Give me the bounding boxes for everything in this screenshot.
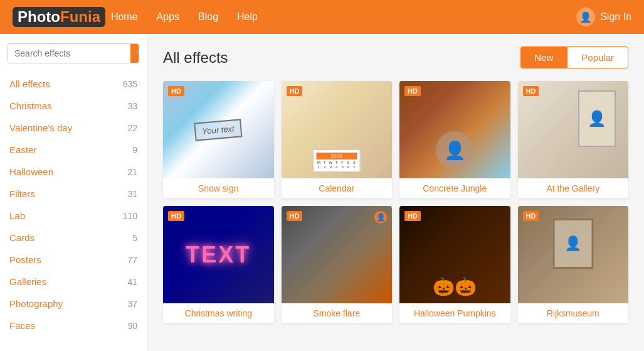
effect-card-snow-sign[interactable]: HD Your text Snow sign [163, 81, 274, 198]
nav-help[interactable]: Help [237, 11, 258, 23]
nav-home[interactable]: Home [111, 11, 138, 23]
sidebar-item-all-effects-label: All effects [9, 78, 50, 89]
main-nav: Home Apps Blog Help [111, 11, 258, 23]
effect-label-at-the-gallery: At the Gallery [518, 178, 629, 198]
face-overlay: 👤 [436, 131, 473, 169]
hd-badge: HD [287, 86, 303, 96]
sidebar-item-christmas-count: 33 [127, 101, 137, 111]
gallery-frame: 👤 [578, 90, 616, 147]
content-header: All effects New Popular [163, 46, 628, 68]
sidebar-item-christmas[interactable]: Christmas 33 [0, 95, 147, 117]
sidebar-item-faces-count: 90 [127, 321, 137, 331]
search-button[interactable]: 🔍 [130, 44, 139, 63]
user-badge: 👤 [374, 211, 387, 224]
hd-badge: HD [523, 86, 539, 96]
hd-badge: HD [287, 211, 303, 221]
sidebar-item-easter-count: 9 [132, 145, 137, 155]
calendar-decoration: 2020 MTWTFSS 1234567 [313, 149, 360, 172]
sidebar-item-all-effects-count: 635 [123, 79, 137, 89]
sidebar-item-halloween[interactable]: Halloween 21 [0, 161, 147, 183]
hd-badge: HD [523, 211, 539, 221]
sidebar-item-posters-count: 77 [127, 255, 137, 265]
sidebar-item-halloween-count: 21 [127, 167, 137, 177]
effect-image-calendar: HD 2020 MTWTFSS 1234567 [282, 81, 393, 178]
sidebar-item-posters-label: Posters [9, 254, 41, 265]
sidebar-item-lab-count: 110 [123, 211, 137, 221]
nav-apps[interactable]: Apps [157, 11, 179, 23]
effect-label-concrete-jungle: Concrete Jungle [399, 178, 510, 198]
effect-card-concrete-jungle[interactable]: HD 👤 Concrete Jungle [399, 81, 510, 198]
effect-image-concrete-jungle: HD 👤 [399, 81, 510, 178]
sidebar-item-easter-label: Easter [9, 144, 36, 155]
sidebar-item-photography-count: 37 [127, 299, 137, 309]
sidebar-item-photography-label: Photography [9, 298, 63, 309]
effect-card-calendar[interactable]: HD 2020 MTWTFSS 1234567 Calendar [282, 81, 393, 198]
effect-image-christmas-writing: HD TEXT [163, 206, 274, 303]
sidebar: 🔍 All effects 635 Christmas 33 Valentine… [0, 34, 147, 351]
sidebar-item-lab[interactable]: Lab 110 [0, 205, 147, 227]
sidebar-item-easter[interactable]: Easter 9 [0, 139, 147, 161]
effect-image-halloween-pumpkins: HD 🎃🎃 [399, 206, 510, 303]
sidebar-item-photography[interactable]: Photography 37 [0, 293, 147, 315]
effect-card-halloween-pumpkins[interactable]: HD 🎃🎃 Halloween Pumpkins [399, 206, 510, 323]
sidebar-item-lab-label: Lab [9, 210, 25, 221]
effect-card-rijksmuseum[interactable]: HD 👤 Rijksmuseum [518, 206, 629, 323]
effect-label-calendar: Calendar [282, 178, 393, 198]
effect-image-snow-sign: HD Your text [163, 81, 274, 178]
effect-label-snow-sign: Snow sign [163, 178, 274, 198]
content-area: All effects New Popular HD Your text Sno… [147, 34, 644, 351]
sidebar-item-christmas-label: Christmas [9, 100, 52, 111]
effect-image-smoke-flare: HD 👤 [282, 206, 393, 303]
main-layout: 🔍 All effects 635 Christmas 33 Valentine… [0, 34, 644, 351]
new-button[interactable]: New [520, 46, 567, 68]
sidebar-item-halloween-label: Halloween [9, 166, 53, 177]
logo-part1: Photo [18, 8, 60, 25]
sidebar-item-cards-label: Cards [9, 232, 34, 243]
rijks-frame: 👤 [552, 219, 593, 269]
effect-label-rijksmuseum: Rijksmuseum [518, 303, 629, 323]
snow-sign-decoration: Your text [195, 121, 242, 139]
sidebar-item-faces[interactable]: Faces 90 [0, 315, 147, 337]
sort-buttons: New Popular [520, 46, 628, 68]
sidebar-item-cards[interactable]: Cards 5 [0, 227, 147, 249]
effect-image-at-the-gallery: HD 👤 [518, 81, 629, 178]
header-right: 👤 Sign In [576, 8, 631, 26]
sidebar-item-galleries[interactable]: Galleries 41 [0, 271, 147, 293]
sidebar-item-faces-label: Faces [9, 320, 35, 331]
sidebar-item-valentines-count: 22 [127, 123, 137, 133]
search-input[interactable] [8, 44, 130, 63]
effect-card-at-the-gallery[interactable]: HD 👤 At the Gallery [518, 81, 629, 198]
nav-blog[interactable]: Blog [198, 11, 218, 23]
hd-badge: HD [168, 86, 184, 96]
sidebar-item-filters[interactable]: Filters 31 [0, 183, 147, 205]
search-box: 🔍 [8, 43, 139, 63]
sidebar-item-galleries-label: Galleries [9, 276, 46, 287]
header: PhotoFunia Home Apps Blog Help 👤 Sign In [0, 0, 644, 34]
sidebar-item-valentines-label: Valentine's day [9, 122, 72, 133]
snow-sign-text: Your text [194, 119, 243, 141]
effects-grid: HD Your text Snow sign HD 2020 MTWTFSS 1… [163, 81, 628, 323]
sidebar-item-posters[interactable]: Posters 77 [0, 249, 147, 271]
logo[interactable]: PhotoFunia [13, 7, 105, 27]
user-icon: 👤 [576, 8, 595, 26]
sidebar-item-all-effects[interactable]: All effects 635 [0, 73, 147, 95]
sidebar-item-cards-count: 5 [132, 233, 137, 243]
sidebar-item-valentines[interactable]: Valentine's day 22 [0, 117, 147, 139]
hd-badge: HD [404, 86, 421, 96]
text-neon-decoration: TEXT [186, 242, 251, 268]
popular-button[interactable]: Popular [567, 46, 628, 68]
effect-card-smoke-flare[interactable]: HD 👤 Smoke flare [282, 206, 393, 323]
sidebar-item-filters-label: Filters [9, 188, 35, 199]
sidebar-item-filters-count: 31 [127, 189, 137, 199]
effect-label-smoke-flare: Smoke flare [282, 303, 393, 323]
page-title: All effects [163, 49, 228, 67]
halloween-pumpkins: 🎃🎃 [433, 276, 477, 297]
hd-badge: HD [404, 211, 421, 221]
effect-label-christmas-writing: Christmas writing [163, 303, 274, 323]
sign-in-link[interactable]: Sign In [600, 11, 631, 23]
effect-image-rijksmuseum: HD 👤 [518, 206, 629, 303]
effect-card-christmas-writing[interactable]: HD TEXT Christmas writing [163, 206, 274, 323]
effect-label-halloween-pumpkins: Halloween Pumpkins [399, 303, 510, 323]
logo-part2: Funia [60, 8, 100, 25]
sidebar-item-galleries-count: 41 [127, 277, 137, 287]
